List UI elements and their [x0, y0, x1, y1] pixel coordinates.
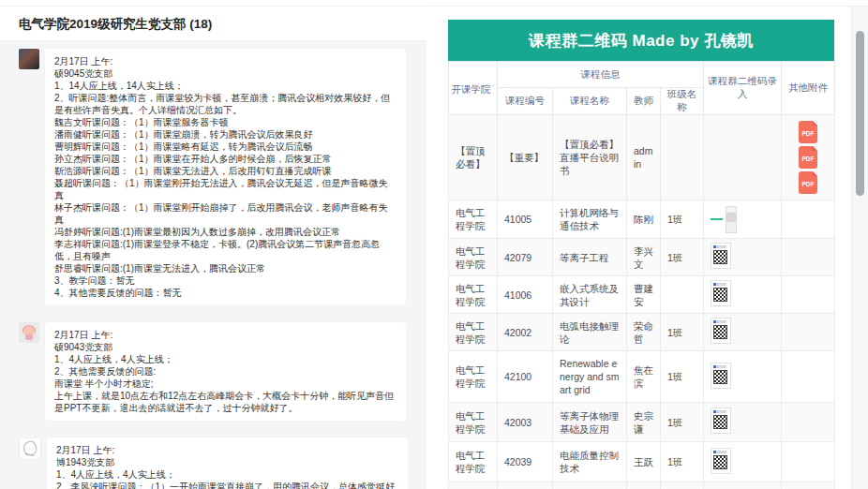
cell-teacher: 史宗谦	[627, 403, 661, 442]
cell-course-name: 计算机网络与通信技术	[553, 200, 627, 239]
message-line: 舒思睿听课问题:(1)雨课堂无法进入，腾讯会议正常	[54, 262, 397, 274]
qr-code-thumbnail[interactable]	[711, 408, 731, 434]
qr-code-pattern	[713, 288, 727, 302]
cell-teacher: 荣命哲	[627, 314, 661, 351]
message-line: 4、其他需要反馈的问题：暂无	[54, 287, 397, 299]
page-scrollbar[interactable]	[851, 7, 868, 489]
message-line: 林子杰听课问题：（1）雨课堂刚开始崩掉了，后改用腾讯会议，老师声音略有失真	[54, 201, 397, 226]
cell-course-code: 42003	[498, 403, 553, 442]
qr-code-pattern	[713, 415, 727, 429]
pdf-file-icon[interactable]: PDF	[799, 121, 817, 143]
header-qr-entry: 课程群二维码录入	[704, 62, 782, 115]
thumbnail-header	[713, 451, 726, 453]
table-row: 电气工程学院 42002 电弧电接触理论 荣命哲 1班	[449, 314, 835, 351]
header-course-code: 课程编号	[498, 88, 553, 115]
message-line: 1、14人应上线，14人实上线；	[54, 80, 397, 92]
cell-qr-entry	[704, 239, 782, 276]
table-row: 电气工程学院 41006 嵌入式系统及其设计 曹建安	[449, 276, 835, 314]
chat-group-title: 电气学院2019级研究生党支部 (18)	[0, 7, 427, 40]
chat-message: 2月17日 上午:硕9043党支部1、4人应上线，4人实上线；2、其他需要反馈的…	[19, 322, 408, 421]
pdf-file-icon[interactable]: PDF	[799, 171, 817, 194]
table-row: 电气工程学院 42079 等离子工程 李兴文 1班	[449, 239, 835, 276]
qr-code-thumbnail[interactable]	[711, 280, 731, 306]
table-row: 电气工程学院 42039 电能质量控制技术 王跃 1班	[449, 442, 835, 482]
scrollbar-thumb[interactable]	[856, 31, 864, 196]
table-row: 电气工程学院 41005 计算机网络与通信技术 陈刚 1班	[449, 200, 835, 239]
cell-course-code	[498, 482, 553, 489]
cell-teacher: admin	[627, 115, 661, 200]
pink-cartoon-face-avatar[interactable]	[19, 322, 39, 343]
cell-attachments	[782, 200, 835, 239]
cell-course-name: Renewable energy and smart grid	[553, 351, 627, 403]
message-line: 2、其他需要反馈的问题:	[54, 365, 397, 378]
qr-code-thumbnail[interactable]	[711, 363, 731, 389]
cell-course-name: 等离子体物理基础及应用	[553, 403, 627, 442]
cell-teacher: 焦在滨	[627, 351, 661, 403]
cell-attachments	[782, 442, 835, 482]
header-teacher: 教师	[627, 88, 661, 115]
cell-class-name	[661, 276, 704, 314]
course-qr-table: 开课学院· 课程信息 课程群二维码录入 其他附件 课程编号 课程名称 教师 班级…	[448, 61, 835, 489]
course-qr-page: 课程群二维码 Made by 孔镜凯 开课学院· 课程信息 课程群二维码录入 其…	[427, 6, 868, 489]
cell-qr-entry	[704, 442, 782, 482]
course-table: 课程群二维码 Made by 孔镜凯 开课学院· 课程信息 课程群二维码录入 其…	[448, 20, 834, 489]
cell-college	[449, 482, 498, 489]
cell-attachments	[782, 403, 835, 442]
cell-qr-entry	[704, 351, 782, 403]
qr-code-pattern	[713, 370, 727, 384]
cell-college: 【置顶必看】	[449, 115, 498, 200]
cell-class-name: 1班	[661, 239, 704, 276]
cell-class-name	[661, 482, 704, 489]
chat-message: 2月17日 上午:博1943党支部1、4人应上线，4人实上线；2、李风泱听课问题…	[19, 437, 408, 489]
cell-course-name	[553, 482, 627, 489]
message-line: 魏吉文听课问题：（1）雨课堂服务器卡顿	[54, 116, 397, 128]
message-line: 硕9045党支部	[54, 67, 397, 80]
thumbnail-header	[713, 365, 726, 368]
pencil-sketch-avatar[interactable]	[19, 437, 41, 460]
qr-code-thumbnail[interactable]	[711, 448, 731, 474]
message-line: 靳浩源听课问题：（1）雨课堂无法进入，后改用钉钉直播完成听课	[54, 165, 397, 177]
header-course-name: 课程名称	[553, 88, 627, 115]
qr-code-thumbnail[interactable]	[711, 243, 731, 269]
table-row: 电气工程学院 42003 等离子体物理基础及应用 史宗谦 1班	[449, 403, 835, 442]
sort-indicator-icon: ·	[492, 81, 495, 90]
message-line: 1、4人应上线，4人实上线；	[56, 468, 398, 481]
qr-code-pattern	[713, 325, 727, 339]
pdf-file-icon[interactable]: PDF	[799, 146, 817, 169]
message-line: 2月17日 上午:	[54, 329, 397, 341]
qr-code-thumbnail[interactable]	[711, 318, 731, 344]
qr-code-pattern	[713, 455, 727, 469]
cell-attachments	[782, 351, 835, 403]
chat-message-list[interactable]: 2月17日 上午:硕9045党支部1、14人应上线，14人实上线；2、听课问题:…	[0, 40, 427, 489]
cell-attachments	[782, 482, 835, 489]
cell-course-code: 【重要】	[498, 115, 553, 200]
image-thumbnail[interactable]	[711, 206, 774, 233]
header-college[interactable]: 开课学院·	[449, 62, 498, 115]
thumbnail-header	[713, 245, 726, 248]
green-line-icon	[711, 218, 723, 220]
chat-window: 电气学院2019级研究生党支部 (18) 2月17日 上午:硕9045党支部1、…	[0, 6, 427, 489]
cell-qr-entry	[704, 276, 782, 314]
cell-course-code: 42079	[498, 239, 553, 276]
cell-class-name: 1班	[661, 403, 704, 442]
message-line: 聂超听课问题：（1）雨课堂刚开始无法进入，腾讯会议无延迟，但是声音略微失真	[54, 177, 397, 201]
cell-course-code: 41006	[498, 276, 553, 314]
thumbnail-header	[713, 410, 726, 413]
bird-photo-avatar[interactable]	[19, 49, 39, 69]
message-line: 孙立杰听课问题：（1）雨课堂在开始人多的时候会崩，后恢复正常	[54, 153, 397, 165]
table-row: 【置顶必看】 【重要】 【置顶必看】直播平台说明书 admin PDFPDFPD…	[449, 115, 835, 200]
message-line: 潘雨健听课问题：（1）雨课堂崩溃，转为腾讯会议后效果良好	[54, 128, 397, 141]
cell-course-code: 42002	[498, 314, 553, 351]
message-line: 李志祥听课问题:(1)雨课堂登录不稳定，卡顿。(2)腾讯会议第二节课声音忽高忽低…	[54, 238, 397, 262]
table-row	[449, 482, 835, 489]
message-line: 博1943党支部	[56, 456, 398, 468]
cell-college: 电气工程学院	[449, 239, 498, 276]
message-line: 2、李风泱听课问题：（1）一开始雨课堂直接崩了，用的腾讯会议，总体感觉挺好的，（…	[56, 481, 398, 489]
cell-teacher: 李兴文	[627, 239, 661, 276]
cell-qr-entry	[704, 115, 782, 200]
cell-class-name: 1班	[661, 442, 704, 482]
table-title: 课程群二维码 Made by 孔镜凯	[448, 20, 834, 61]
cell-teacher: 陈刚	[627, 200, 661, 239]
screenshot-thumbnail[interactable]	[726, 206, 737, 233]
cell-qr-entry	[704, 482, 782, 489]
